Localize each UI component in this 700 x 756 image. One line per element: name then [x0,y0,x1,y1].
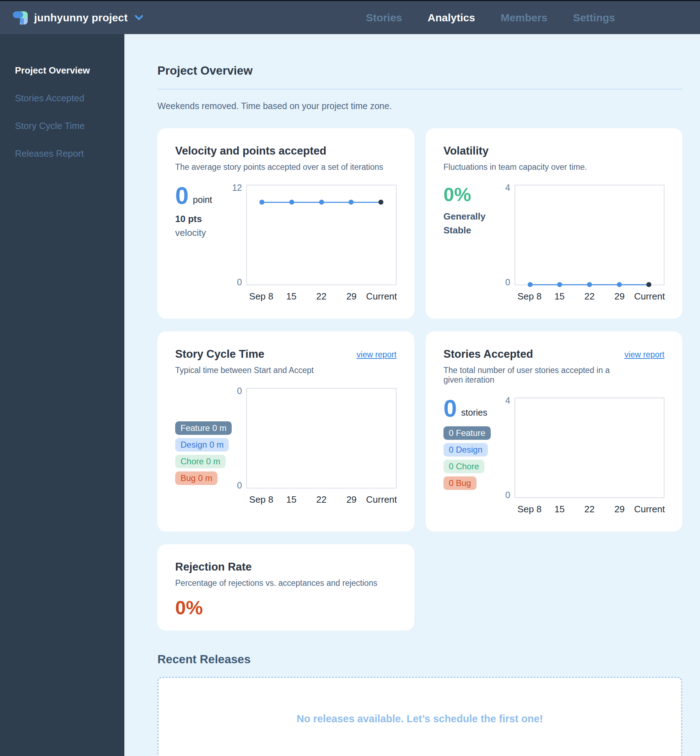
y-axis-min-label: 0 [505,490,510,500]
data-point [289,200,294,205]
card-title: Volatility [444,145,664,158]
data-point-current [646,282,651,287]
analytics-grid: Velocity and points accepted The average… [158,128,682,631]
view-report-link[interactable]: view report [357,350,397,359]
x-axis-label: 29 [614,504,625,515]
page-subtitle: Weekends removed. Time based on your pro… [158,101,682,111]
chevron-down-icon [135,15,143,20]
sidebar-item-releases-report[interactable]: Releases Report [15,148,124,159]
x-axis-label: Sep 8 [249,291,273,302]
volatility-chart: 4 0 Sep 8 15 22 [514,184,664,305]
card-subtitle: The average story points accepted over a… [175,162,397,172]
sidebar-item-project-overview[interactable]: Project Overview [15,65,124,76]
sidebar: Project Overview Stories Accepted Story … [0,34,124,756]
badge-feature: 0 Feature [444,426,491,440]
card-title: Stories Accepted [444,348,625,361]
rejection-rate-value: 0% [175,598,397,617]
recent-releases-heading: Recent Releases [158,653,682,666]
x-axis-label: Current [366,494,397,505]
x-axis-label: Current [366,291,397,302]
x-axis: Sep 8 15 22 29 Current [246,289,397,305]
sidebar-item-stories-accepted[interactable]: Stories Accepted [15,93,124,104]
x-axis: Sep 8 15 22 29 Current [514,289,664,305]
card-subtitle: Fluctuations in team capacity over time. [444,162,664,172]
stories-accepted-value: 0 [444,398,457,419]
volatility-status-line2: Stable [444,225,514,236]
title-divider [158,89,682,89]
card-story-cycle-time: Story Cycle Time Typical time between St… [158,331,414,531]
data-point [557,282,562,287]
x-axis: Sep 8 15 22 29 Current [246,493,397,508]
y-axis-min-label: 0 [237,277,242,287]
data-point-current [378,200,383,205]
card-title: Rejection Rate [175,561,397,573]
x-axis-label: 22 [584,291,595,302]
data-point [528,282,533,287]
page-title: Project Overview [158,64,682,77]
x-axis-label: Sep 8 [249,494,273,505]
data-point [617,282,622,287]
stories-accepted-chart: 4 0 Sep 8 15 22 29 Current [514,397,664,518]
card-rejection-rate: Rejection Rate Percentage of rejections … [158,544,414,631]
velocity-chart: 12 0 Sep 8 15 22 [246,184,397,305]
x-axis-label: Current [634,291,665,302]
velocity-pts: 10 pts [175,214,246,225]
tab-members[interactable]: Members [501,12,548,24]
badge-chore: 0 Chore [444,460,484,473]
x-axis-label: 22 [584,504,595,515]
y-axis-min-label: 0 [505,277,510,287]
y-axis-max-label: 12 [232,183,242,193]
tab-settings[interactable]: Settings [573,12,615,24]
view-report-link[interactable]: view report [625,350,664,359]
badge-feature: Feature 0 m [175,421,232,435]
tab-stories[interactable]: Stories [366,12,402,24]
volatility-value: 0% [444,185,471,204]
volatility-status-line1: Generally [444,211,514,222]
releases-empty-message: No releases available. Let’s schedule th… [297,713,543,725]
story-cycle-chart: 0 0 Sep 8 15 22 29 Current [246,387,397,508]
volatility-stat: 0% Generally Stable [444,184,514,305]
releases-empty-state: No releases available. Let’s schedule th… [158,677,682,756]
card-title: Velocity and points accepted [175,145,397,158]
main-content: Project Overview Weekends removed. Time … [124,34,700,756]
card-subtitle: The total number of user stories accepte… [444,366,625,385]
x-axis-label: 29 [347,291,357,302]
x-axis-label: 15 [554,504,565,515]
y-axis-max-label: 0 [237,386,242,396]
y-axis-max-label: 4 [505,395,510,406]
y-axis-max-label: 4 [505,183,510,193]
tab-analytics[interactable]: Analytics [428,12,475,24]
velocity-label: velocity [175,227,246,238]
card-stories-accepted: Stories Accepted The total number of use… [426,331,682,531]
badge-bug: Bug 0 m [175,472,217,485]
data-point [319,200,324,205]
badge-bug: 0 Bug [444,476,477,490]
main-nav: Stories Analytics Members Settings [366,12,615,24]
x-axis-label: Sep 8 [517,504,542,515]
card-velocity: Velocity and points accepted The average… [158,128,414,319]
x-axis-label: 22 [316,291,327,302]
card-subtitle: Typical time between Start and Accept [175,366,314,375]
topbar: junhyunny project Stories Analytics Memb… [0,1,700,34]
chart-frame: 4 0 [514,398,664,498]
chart-frame: 0 0 [246,388,397,489]
card-volatility: Volatility Fluctuations in team capacity… [426,128,682,319]
badge-design: Design 0 m [175,438,229,451]
tracker-logo-icon [12,9,28,26]
x-axis-label: 29 [347,494,357,505]
chart-frame: 4 0 [514,185,664,285]
project-name[interactable]: junhyunny project [34,12,128,24]
velocity-value: 0 [175,185,189,206]
x-axis-label: Sep 8 [517,291,542,302]
x-axis-label: 15 [286,291,296,302]
stories-accepted-stat: 0 stories 0 Feature 0 Design 0 Chore 0 B… [444,397,514,518]
data-point [259,200,264,205]
x-axis-label: 22 [316,494,327,505]
velocity-stat: 0 point 10 pts velocity [175,184,246,305]
stories-accepted-unit: stories [461,408,488,419]
data-point [348,200,353,205]
project-switcher[interactable]: junhyunny project [12,9,143,26]
sidebar-item-story-cycle-time[interactable]: Story Cycle Time [15,120,124,131]
data-point [587,282,592,287]
x-axis-label: 15 [554,291,565,302]
